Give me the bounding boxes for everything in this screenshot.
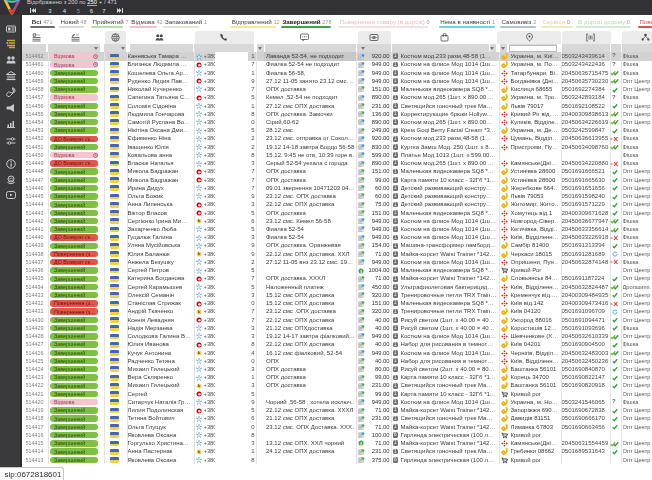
svg-text:lc: lc: [198, 384, 201, 388]
svg-text:lc: lc: [198, 310, 201, 314]
svg-text:lc: lc: [198, 351, 201, 355]
svg-text:lc: lc: [198, 450, 201, 454]
svg-text:lc: lc: [198, 252, 201, 256]
svg-text:lc: lc: [198, 219, 201, 223]
